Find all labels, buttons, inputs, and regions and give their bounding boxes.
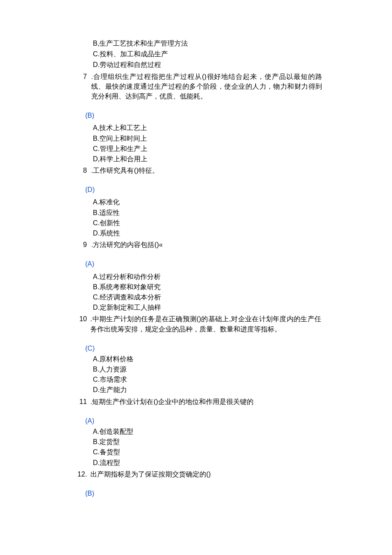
question-number: 8 bbox=[74, 166, 87, 175]
option-d: D.流程型 bbox=[93, 458, 392, 468]
question-8: 8 .工作研究具有()特征。 (D) A.标准化 B.适应性 C.创新性 D.系… bbox=[0, 166, 392, 238]
orphan-option-block: B,生产工艺技术和生产管理方法 C.投料、加工和成品生产 D.劳动过程和自然过程 bbox=[93, 38, 392, 70]
option-b: B.空间上和时间上 bbox=[93, 134, 392, 143]
option-c: C.经济调查和成本分析 bbox=[93, 292, 392, 302]
question-stem: .短期生产作业计划在()企业中的地位和作用是很关键的 bbox=[90, 397, 254, 407]
question-number: 9 bbox=[74, 240, 87, 250]
question-9: 9 .方法研究的内容包括()« (A) A.过程分析和动作分析 B.系统考察和对… bbox=[0, 240, 392, 312]
option-list: A.创造装配型 B.定货型 C.备货型 D.流程型 bbox=[93, 427, 392, 468]
question-7: 7 .合理组织生产过程指把生产过程从()很好地结合起来，使产品以最短的路线、最快… bbox=[0, 72, 392, 164]
answer-label: (A) bbox=[85, 259, 392, 269]
option-c: C.备货型 bbox=[93, 447, 392, 457]
question-stem: .工作研究具有()特征。 bbox=[91, 166, 159, 175]
answer-label: (B) bbox=[85, 110, 392, 120]
question-stem: .方法研究的内容包括()« bbox=[91, 240, 163, 250]
option-list: A.标准化 B.适应性 C.创新性 D.系统性 bbox=[93, 197, 392, 238]
question-10: 10 .中期生产计划的任务是在正确预测()的基础上,对企业在计划年度内的生产任务… bbox=[0, 314, 392, 395]
option-c: C.投料、加工和成品生产 bbox=[93, 49, 392, 59]
option-a: A.过程分析和动作分析 bbox=[93, 272, 392, 282]
question-stem: 出产期指标是为了保证按期交货确定的() bbox=[90, 469, 211, 479]
option-list: A.过程分析和动作分析 B.系统考察和对象研究 C.经济调查和成本分析 D.定新… bbox=[93, 272, 392, 313]
question-number: 10 bbox=[74, 314, 87, 324]
option-c: C.市场需求 bbox=[93, 375, 392, 384]
option-a: A.创造装配型 bbox=[93, 427, 392, 436]
question-11: 11 .短期生产作业计划在()企业中的地位和作用是很关键的 (A) A.创造装配… bbox=[0, 397, 392, 468]
option-a: A,技术上和工艺上 bbox=[93, 123, 392, 133]
option-c: C.创新性 bbox=[93, 218, 392, 228]
option-b: B.定货型 bbox=[93, 437, 392, 447]
option-d: D.生产能力 bbox=[93, 385, 392, 395]
option-a: A.原材料价格 bbox=[93, 354, 392, 364]
option-d: D.劳动过程和自然过程 bbox=[93, 60, 392, 70]
option-b: B.人力资源 bbox=[93, 364, 392, 374]
option-list: A.原材料价格 B.人力资源 C.市场需求 D.生产能力 bbox=[93, 354, 392, 395]
option-d: D.系统性 bbox=[93, 228, 392, 238]
answer-label: (D) bbox=[85, 185, 392, 195]
question-number: 11 bbox=[74, 397, 87, 407]
question-stem: .中期生产计划的任务是在正确预测()的基础上,对企业在计划年度内的生产任务作出统… bbox=[90, 314, 321, 334]
option-b: B,生产工艺技术和生产管理方法 bbox=[93, 38, 392, 48]
question-12: 12. 出产期指标是为了保证按期交货确定的() (B) bbox=[0, 469, 392, 498]
question-number: 12. bbox=[74, 469, 87, 479]
option-d: D.定新制定和工人抽样 bbox=[93, 302, 392, 312]
option-b: B.系统考察和对象研究 bbox=[93, 282, 392, 292]
answer-label: (C) bbox=[85, 343, 392, 353]
option-a: A.标准化 bbox=[93, 197, 392, 207]
option-c: C.管理上和生产上 bbox=[93, 144, 392, 154]
option-d: D,科学上和合用上 bbox=[93, 154, 392, 164]
answer-label: (B) bbox=[85, 488, 392, 498]
question-number: 7 bbox=[74, 72, 87, 81]
option-list: A,技术上和工艺上 B.空间上和时间上 C.管理上和生产上 D,科学上和合用上 bbox=[93, 123, 392, 164]
document-page: B,生产工艺技术和生产管理方法 C.投料、加工和成品生产 D.劳动过程和自然过程… bbox=[0, 0, 392, 555]
option-b: B.适应性 bbox=[93, 208, 392, 218]
answer-label: (A) bbox=[85, 416, 392, 426]
question-stem: .合理组织生产过程指把生产过程从()很好地结合起来，使产品以最短的路线、最快的速… bbox=[91, 72, 322, 102]
